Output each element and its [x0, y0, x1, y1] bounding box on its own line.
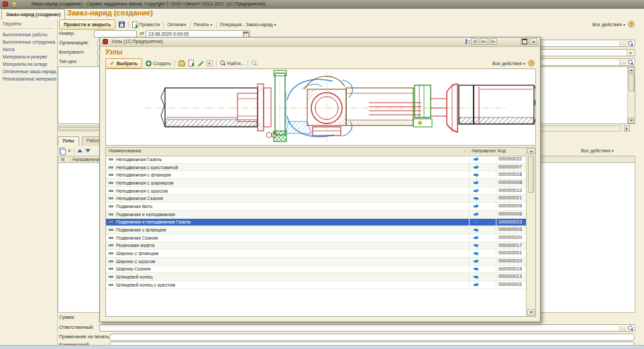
window-m-plus-button[interactable]: М+ [480, 38, 488, 45]
dialog-table-row[interactable]: Шлицевой конец с крестом 000000002 [106, 281, 527, 289]
help-icon[interactable]: ? [528, 60, 535, 66]
edit-pencil-icon[interactable] [197, 60, 203, 66]
dialog-table-row[interactable]: Неподвижная с шарниром 000000008 [106, 179, 527, 187]
delete-row-icon[interactable]: × [68, 148, 71, 154]
home-icon[interactable]: ⌂ [20, 0, 27, 7]
create-group-icon[interactable] [178, 62, 185, 66]
all-actions-button[interactable]: Все действия▾ [492, 61, 525, 66]
print-note-input[interactable] [109, 334, 635, 341]
save-button[interactable] [119, 21, 125, 28]
chevron-down-icon: ▾ [612, 148, 614, 153]
all-actions-button[interactable]: Все действия▾ [581, 148, 614, 153]
dialog-table-row[interactable]: Шлицевой конец 000000013 [106, 273, 527, 281]
dialog-table-row[interactable]: Подвижная и неподвижная Газель 000000023 [106, 219, 527, 227]
node-code: 000000019 [496, 266, 527, 273]
scroll-up-icon [629, 69, 633, 71]
operation-menu-button[interactable]: Операция - Заказ-наряд▾ [220, 22, 276, 27]
window-tool-icon[interactable] [466, 39, 467, 44]
dialog-table-row[interactable]: Шарнир Скания 000000019 [106, 266, 527, 274]
sidebar-item[interactable]: Выполненные сотрудника... [3, 38, 56, 46]
create-button[interactable]: Создать [146, 60, 171, 66]
search-icon[interactable] [628, 60, 634, 66]
all-actions-button[interactable]: Все действия▾ [592, 22, 625, 27]
chevron-down-icon[interactable]: ▾ [627, 50, 634, 56]
nodes-table-vscrollbar[interactable] [526, 148, 535, 316]
find-button[interactable]: Найти... [220, 60, 245, 66]
post-button[interactable]: Провести [132, 21, 160, 28]
dialog-table-row[interactable]: Неподвижная Газель 000000022 [106, 156, 527, 164]
delete-mark-icon[interactable]: × [207, 60, 213, 66]
node-code: 000000023 [496, 219, 527, 226]
tab-nodes[interactable]: Узлы [58, 136, 79, 146]
sidebar-item[interactable]: Оплаченные заказ-наряды [3, 68, 56, 75]
dialog-titlebar[interactable]: Узлы (1С:Предприятие) М М+ М- × [100, 38, 540, 47]
maximize-button[interactable] [521, 38, 529, 45]
list-element-icon [109, 174, 113, 176]
node-name: Неподвижная с шарниром [116, 181, 174, 185]
node-name: Шлицевой конец с крестом [116, 283, 175, 287]
direction-arrow-icon [474, 212, 479, 216]
dialog-table-row[interactable]: Подвижная Скания 000000020 [106, 234, 527, 242]
dialog-table-row[interactable]: Подвижная Вито 000000009 [106, 203, 527, 211]
sidebar-item[interactable]: Реализованные материалы [3, 75, 56, 83]
dialog-table-row[interactable]: Подвижная с фланцем 000000003 [106, 226, 527, 234]
node-code: 000000003 [496, 226, 527, 234]
paid-button[interactable]: Оплачен [167, 22, 186, 27]
direction-arrow-icon [474, 181, 479, 185]
dialog-table-row[interactable]: Подвижная и неподвижная 000000006 [106, 211, 527, 219]
window-m-minus-button[interactable]: М- [490, 38, 497, 45]
direction-arrow-icon [474, 165, 479, 169]
node-name: Неподвижная с фланцем [116, 172, 171, 177]
app-1c-icon [3, 1, 8, 7]
window-m-button[interactable]: М [471, 38, 478, 45]
scroll-right-button[interactable] [624, 126, 630, 132]
node-name: Шлицевой конец [116, 275, 152, 279]
list-element-icon [109, 237, 113, 239]
responsible-input[interactable]: … [99, 324, 635, 332]
dialog-table-row[interactable]: Шарнир с шрусом 000000010 [106, 258, 527, 266]
clear-search-icon[interactable] [252, 60, 258, 66]
print-menu-button[interactable]: Печать▾ [194, 22, 213, 27]
node-code: 000000001 [496, 250, 527, 257]
node-name: Неподвижная Скания [116, 196, 163, 201]
dialog-table-row[interactable]: Неподвижная Скания 000000021 [106, 195, 527, 203]
minimize-icon[interactable] [11, 1, 17, 7]
main-toolbar: Провести и закрыть Провести Оплачен Печа… [59, 19, 276, 30]
node-name: Шарнир с фланцем [116, 251, 158, 256]
copy-row-icon[interactable] [59, 148, 65, 154]
list-element-icon [109, 182, 113, 184]
search-icon[interactable] [628, 326, 634, 332]
sidebar: Перейти Выполненные работыВыполненные со… [0, 19, 58, 345]
app-1c-icon [103, 39, 108, 44]
sidebar-item[interactable]: Касса [3, 46, 56, 53]
tab-order-create[interactable]: Заказ-наряд (создание) [1, 9, 65, 19]
choose-button[interactable]: … [619, 60, 627, 65]
node-code: 000000013 [496, 273, 527, 281]
dialog-table-row[interactable]: Шарнир с фланцем 000000001 [106, 250, 527, 258]
select-button[interactable]: ✓ Выбрать [105, 58, 142, 68]
dialog-table-row[interactable]: Резиновая муфта 000000017 [106, 242, 527, 250]
choose-button[interactable]: … [619, 41, 627, 46]
sidebar-item[interactable]: Выполненные работы [3, 31, 56, 38]
search-icon[interactable] [628, 41, 634, 47]
sidebar-header: Перейти [3, 21, 21, 26]
dialog-table-row[interactable]: Неподвижная с фланцем 000000018 [106, 171, 527, 179]
sidebar-item[interactable]: Материалы на складе [3, 60, 56, 68]
dialog-table-row[interactable]: Неподвижная с крестовиной 000000007 [106, 164, 527, 172]
move-up-icon[interactable] [77, 149, 83, 152]
node-name: Подвижная Скания [116, 236, 158, 240]
node-name: Неподвижная с шрусом [116, 189, 168, 193]
upper-list-vscrollbar[interactable] [627, 67, 635, 123]
list-element-icon [109, 221, 113, 223]
all-actions-main: Все действия▾ ? [592, 21, 635, 28]
close-button[interactable]: × [530, 38, 537, 45]
dialog-table-row[interactable]: Неподвижная с шрусом 000000012 [106, 187, 527, 195]
move-down-icon[interactable] [85, 149, 91, 152]
node-code: 000000007 [496, 164, 527, 171]
help-icon[interactable]: ? [628, 21, 635, 28]
copy-item-icon[interactable] [189, 60, 194, 66]
sidebar-item[interactable]: Материалы в резерве [3, 53, 56, 60]
date-prefix-label: от [140, 31, 144, 36]
choose-button[interactable]: … [619, 326, 627, 331]
post-and-close-button[interactable]: Провести и закрыть [59, 19, 115, 30]
